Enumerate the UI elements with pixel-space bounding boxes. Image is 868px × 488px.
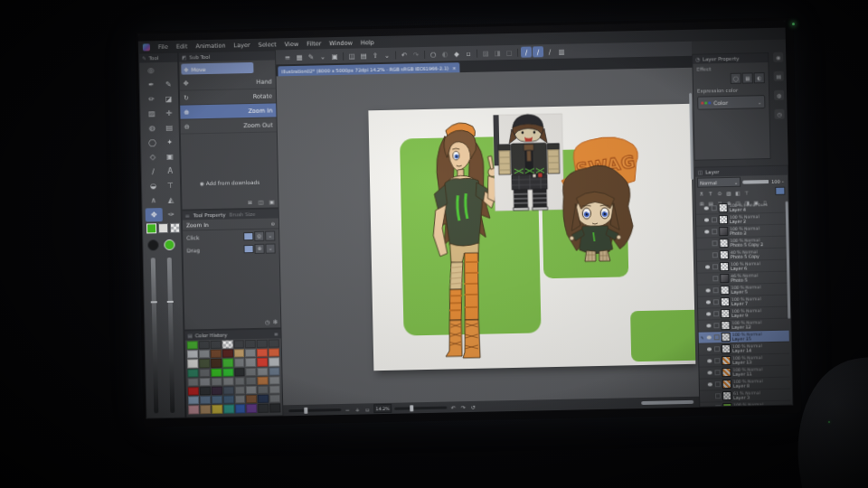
zoom-value[interactable]: 14.2% <box>373 404 392 413</box>
balloon-tool[interactable]: ◒ <box>145 179 162 192</box>
fill-icon[interactable]: ◆ <box>451 48 462 59</box>
color-history-swatch[interactable] <box>223 396 234 404</box>
color-history-swatch[interactable] <box>188 406 199 414</box>
subtool-group-move[interactable]: ✥ Move <box>181 62 253 75</box>
color-history-swatch[interactable] <box>199 359 210 367</box>
color-history-swatch[interactable] <box>234 377 245 385</box>
blend-mode-dropdown[interactable]: Normal ⌄ <box>697 177 741 188</box>
color-history-swatch[interactable] <box>245 340 256 348</box>
color-history-swatch[interactable] <box>187 360 198 368</box>
tab-tool-property[interactable]: Tool Property <box>193 212 226 219</box>
brush-tool[interactable]: ✏ <box>143 92 160 106</box>
layer-visibility-toggle[interactable] <box>707 405 713 408</box>
lock-layer-icon[interactable]: ⊙ <box>715 189 723 197</box>
color-history-swatch[interactable] <box>269 376 280 384</box>
layer-visibility-toggle[interactable] <box>706 346 712 352</box>
drawing-canvas[interactable]: SWAG <box>368 104 695 371</box>
zoom-slider[interactable] <box>288 408 341 411</box>
color-history-swatch[interactable] <box>222 359 233 367</box>
color-history-swatch[interactable] <box>222 386 233 394</box>
layer-select-box[interactable] <box>714 334 720 340</box>
menu-item[interactable]: File <box>158 42 168 50</box>
add-from-downloads-button[interactable]: ◉ Add from downloads <box>182 179 278 186</box>
color-history-swatch[interactable] <box>210 341 221 349</box>
click-mode-icon[interactable]: ◎ <box>254 230 264 240</box>
sub-color-circle[interactable] <box>147 239 158 250</box>
color-history-swatch[interactable] <box>245 358 256 366</box>
color-history-swatch[interactable] <box>200 405 211 413</box>
layer-select-box[interactable] <box>713 299 719 305</box>
layer-select-box[interactable] <box>712 240 717 246</box>
color-history-swatch[interactable] <box>212 396 222 404</box>
deselect-icon[interactable]: ○ <box>428 49 439 60</box>
color-history-swatch[interactable] <box>211 359 222 367</box>
layer-select-box[interactable] <box>714 346 720 352</box>
color-history-swatch[interactable] <box>233 340 244 348</box>
canvas-flip-icon[interactable]: ▦ <box>294 52 305 62</box>
click-toggle[interactable] <box>243 231 253 239</box>
color-history-swatch[interactable] <box>269 404 280 412</box>
layer-select-box[interactable] <box>712 217 717 222</box>
color-history-swatch[interactable] <box>222 340 232 348</box>
add-subtool-icon[interactable]: ⊞ <box>245 197 254 206</box>
layer-visibility-toggle[interactable] <box>706 358 712 364</box>
delete-subtool-icon[interactable]: ▣ <box>267 196 276 205</box>
color-history-swatch[interactable] <box>269 367 279 375</box>
frame-border-tool[interactable]: ▣ <box>161 150 178 164</box>
color-history-swatch[interactable] <box>199 369 210 377</box>
layer-visibility-toggle[interactable] <box>705 311 712 317</box>
color-history-swatch[interactable] <box>200 387 211 395</box>
airbrush-tool[interactable]: ▨ <box>143 107 160 120</box>
color-history-swatch[interactable] <box>234 395 245 403</box>
color-history-swatch[interactable] <box>211 368 222 376</box>
border-effect-icon[interactable]: ◯ <box>731 73 741 84</box>
lock-transparent-icon[interactable]: ▨ <box>724 189 732 197</box>
eraser-tool[interactable]: ◪ <box>160 92 177 106</box>
fit-to-screen-button[interactable]: ▫ <box>363 406 371 412</box>
mask-icon[interactable]: ◧ <box>733 189 741 197</box>
transparent-color-swatch[interactable] <box>170 223 180 233</box>
duplicate-subtool-icon[interactable]: ◫ <box>256 197 265 206</box>
brush-settings-caret-icon[interactable]: ⌄ <box>317 51 328 61</box>
color-history-swatch[interactable] <box>245 349 256 357</box>
eyedropper-tool[interactable]: ✑ <box>163 208 180 221</box>
stabilization-icon[interactable]: ∕ <box>521 46 532 57</box>
color-history-swatch[interactable] <box>188 396 199 404</box>
layer-select-box[interactable] <box>712 229 717 234</box>
layer-select-box[interactable] <box>713 287 719 293</box>
color-history-swatch[interactable] <box>223 405 234 413</box>
pin-layer-icon[interactable]: ⊼ <box>697 189 705 197</box>
color-history-swatch[interactable] <box>258 376 269 384</box>
invert-selection-icon[interactable]: ◐ <box>439 48 450 59</box>
color-history-swatch[interactable] <box>246 395 257 403</box>
color-history-swatch[interactable] <box>188 387 199 395</box>
figure-tool[interactable]: ◇ <box>144 150 161 164</box>
empty-slot[interactable] <box>159 63 176 77</box>
main-color-circle[interactable] <box>164 239 175 250</box>
click-caret-icon[interactable]: ⌄ <box>265 230 275 240</box>
foreground-color-swatch[interactable] <box>146 223 156 233</box>
reset-view-button[interactable]: ↺ <box>469 403 476 409</box>
color-history-swatch[interactable] <box>199 350 210 358</box>
color-history-swatch[interactable] <box>222 377 233 385</box>
color-value-slider[interactable] <box>151 258 159 413</box>
color-history-swatch[interactable] <box>258 367 269 375</box>
layer-select-box[interactable] <box>713 311 719 316</box>
menu-item[interactable]: Help <box>361 39 374 46</box>
color-history-swatch[interactable] <box>234 359 245 367</box>
color-history-swatch[interactable] <box>187 350 198 358</box>
main-menu-icon[interactable]: ≡ <box>282 52 293 62</box>
gradient-tool[interactable]: ▤ <box>161 121 178 135</box>
background-color-swatch[interactable] <box>158 223 168 233</box>
snap-ruler-icon[interactable]: ▨ <box>480 47 491 58</box>
color-history-swatch[interactable] <box>257 358 268 366</box>
restore-default-icon[interactable]: ◷ <box>265 319 270 326</box>
hand-tool[interactable]: ✥ <box>146 208 163 221</box>
color-history-swatch[interactable] <box>200 396 211 404</box>
menu-item[interactable]: Animation <box>195 42 225 50</box>
command-icon[interactable] <box>475 48 479 59</box>
drag-toggle[interactable] <box>243 244 253 252</box>
color-history-swatch[interactable] <box>269 385 280 393</box>
canvas-horizontal-scrollbar[interactable] <box>641 400 693 405</box>
snap-grid-icon[interactable]: ▢ <box>504 47 514 58</box>
